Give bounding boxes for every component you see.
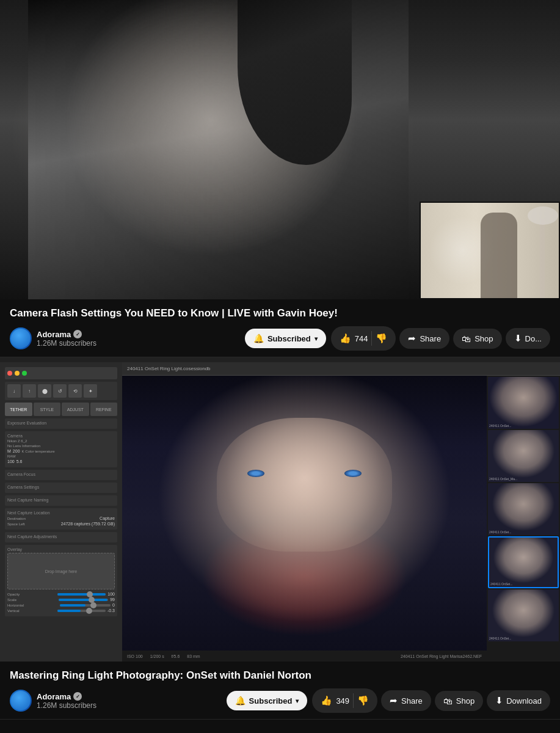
dest-label: Destination xyxy=(7,517,98,520)
drop-image-box[interactable]: Drop Image here xyxy=(7,553,115,589)
download-label-2: Download xyxy=(506,696,542,706)
subscribe-button-1[interactable]: 🔔 Subscribed ▾ xyxy=(245,329,326,348)
bell-icon-2: 🔔 xyxy=(235,696,245,706)
share-button-1[interactable]: ➦ Share xyxy=(399,328,449,349)
camera-focus-section: Camera Focus xyxy=(5,470,117,480)
card-divider xyxy=(0,357,560,362)
channel-name-1[interactable]: Adorama ✓ xyxy=(37,330,240,339)
status-focal: 83 mm xyxy=(187,654,200,658)
mode-value: M xyxy=(7,449,11,453)
like-divider-2 xyxy=(353,693,354,708)
download-icon-2: ⬇ xyxy=(495,695,503,706)
chevron-icon-2: ▾ xyxy=(296,698,299,704)
vertical-label: Vertical xyxy=(7,609,56,613)
vertical-value: -0.3 xyxy=(107,608,115,613)
thumb-label-3: 240411 OnSet... xyxy=(489,530,511,534)
like-button-2[interactable]: 👍 349 👎 xyxy=(312,688,377,713)
exposure-section: Exposure Evaluation xyxy=(5,418,117,429)
capture-location-label: Next Capture Location xyxy=(7,511,115,515)
thumb-label-1: 240411 OnSet... xyxy=(489,424,511,428)
channel-name-2[interactable]: Adorama ✓ xyxy=(37,692,222,701)
tab-style: STYLE xyxy=(34,403,61,416)
camera-label: Camera xyxy=(7,434,115,438)
download-icon-1: ⬇ xyxy=(514,333,522,344)
scale-slider[interactable] xyxy=(59,599,108,601)
minimize-dot xyxy=(15,371,20,376)
opacity-label: Opacity xyxy=(7,593,56,596)
share-label-2: Share xyxy=(401,696,423,706)
opacity-value: 100 xyxy=(107,592,115,596)
file-title: 240411 OnSet Ring Light.cosessiondb xyxy=(127,366,211,371)
camera-focus-label: Camera Focus xyxy=(7,472,115,476)
download-button-2[interactable]: ⬇ Download xyxy=(487,690,550,711)
face-area xyxy=(195,410,413,567)
share-button-2[interactable]: ➦ Share xyxy=(381,690,431,711)
capture-naming-section: Next Capture Naming xyxy=(5,495,117,506)
camera-settings-label: Camera Settings xyxy=(7,485,115,489)
share-icon-2: ➦ xyxy=(390,695,398,706)
shop-button-2[interactable]: 🛍 Shop xyxy=(435,691,483,711)
studio-figure xyxy=(481,213,517,298)
color-temp-label: K Color temperature xyxy=(22,450,115,453)
like-count-2: 349 xyxy=(336,696,349,706)
thumb-label-2: 240411 OnSet_Ma... xyxy=(489,477,517,481)
video-info-2: Mastering Ring Light Photography: OnSet … xyxy=(0,662,560,719)
channel-avatar-1[interactable] xyxy=(10,327,32,349)
tab-tether: TETHER xyxy=(5,403,32,416)
window-controls xyxy=(5,367,117,379)
thumbnail-strip: 240411 OnSet... 240411 OnSet_Ma... 24041… xyxy=(487,376,560,662)
video-title-1[interactable]: Camera Flash Settings You NEED to Know |… xyxy=(10,307,550,320)
channel-row-2: Adorama ✓ 1.26M subscribers 🔔 Subscribed… xyxy=(10,688,550,713)
shop-button-1[interactable]: 🛍 Shop xyxy=(453,329,501,349)
like-icon-1: 👍 xyxy=(340,333,351,344)
export-btn: ↑ xyxy=(23,384,36,398)
bell-icon-1: 🔔 xyxy=(253,334,264,343)
thumb-item-4[interactable]: 240411 OnSet... xyxy=(488,536,559,588)
software-main-area: 240411 OnSet Ring Light.cosessiondb 2404… xyxy=(122,362,560,662)
verified-badge-1: ✓ xyxy=(73,330,82,338)
status-iso: ISO 100 xyxy=(127,654,143,658)
horizontal-slider[interactable] xyxy=(60,604,111,607)
portrait-figure xyxy=(28,0,409,299)
video-card-1: Camera Flash Settings You NEED to Know |… xyxy=(0,0,560,357)
autoadjust-btn: ✦ xyxy=(84,384,97,398)
import-btn: ↓ xyxy=(7,384,21,398)
capture-naming-label: Next Capture Naming xyxy=(7,498,115,502)
like-button-1[interactable]: 👍 744 👎 xyxy=(331,326,396,351)
channel-row-1: Adorama ✓ 1.26M subscribers 🔔 Subscribed… xyxy=(10,326,550,351)
thumbnail-software: ↓ ↑ ⬤ ↺ ⟲ ✦ TETHER STYLE ADJUST REFINE E… xyxy=(0,362,560,662)
thumb-item-5[interactable]: 240411 OnSet... xyxy=(488,589,559,641)
light-stand xyxy=(540,219,545,298)
channel-subs-2: 1.26M subscribers xyxy=(37,701,222,710)
channel-info-2: Adorama ✓ 1.26M subscribers xyxy=(37,692,222,710)
opacity-slider[interactable] xyxy=(57,593,106,596)
like-divider-1 xyxy=(371,331,372,346)
thumb-item-1[interactable]: 240411 OnSet... xyxy=(488,377,559,429)
subscribe-button-2[interactable]: 🔔 Subscribed ▾ xyxy=(227,691,308,710)
video-thumbnail-2[interactable]: ↓ ↑ ⬤ ↺ ⟲ ✦ TETHER STYLE ADJUST REFINE E… xyxy=(0,362,560,662)
camera-settings-section: Camera Settings xyxy=(5,483,117,493)
thumb-item-3[interactable]: 240411 OnSet... xyxy=(488,483,559,535)
action-bar-1: 👍 744 👎 ➦ Share 🛍 Shop ⬇ Do... xyxy=(331,326,550,351)
portrait-hair xyxy=(238,0,352,165)
channel-avatar-2[interactable] xyxy=(10,690,32,712)
dislike-icon-1: 👎 xyxy=(376,333,387,344)
download-button-1[interactable]: ⬇ Do... xyxy=(506,328,550,349)
video-card-2: ↓ ↑ ⬤ ↺ ⟲ ✦ TETHER STYLE ADJUST REFINE E… xyxy=(0,362,560,720)
shop-label-1: Shop xyxy=(475,334,493,343)
space-label: Space Left xyxy=(7,522,59,526)
panel-tabs: TETHER STYLE ADJUST REFINE xyxy=(5,403,117,416)
channel-info-1: Adorama ✓ 1.26M subscribers xyxy=(37,330,240,348)
software-panel: ↓ ↑ ⬤ ↺ ⟲ ✦ TETHER STYLE ADJUST REFINE E… xyxy=(0,362,122,662)
status-bar: ISO 100 1/200 s f/5.6 83 mm 240411 OnSet… xyxy=(122,651,487,662)
reset-btn: ↺ xyxy=(53,384,67,398)
overlay-label: Overlay xyxy=(7,547,115,552)
video-title-2[interactable]: Mastering Ring Light Photography: OnSet … xyxy=(10,669,550,682)
video-thumbnail-1[interactable] xyxy=(0,0,560,299)
live-btn: ⬤ xyxy=(38,384,51,398)
like-icon-2: 👍 xyxy=(321,695,332,706)
thumb-item-2[interactable]: 240411 OnSet_Ma... xyxy=(488,430,559,482)
camera-model: Nikon Z 6_2 xyxy=(7,439,115,443)
status-filename: 240411 OnSet Ring Light Marisa2462.NEF xyxy=(401,654,482,658)
vertical-slider[interactable] xyxy=(57,610,106,612)
